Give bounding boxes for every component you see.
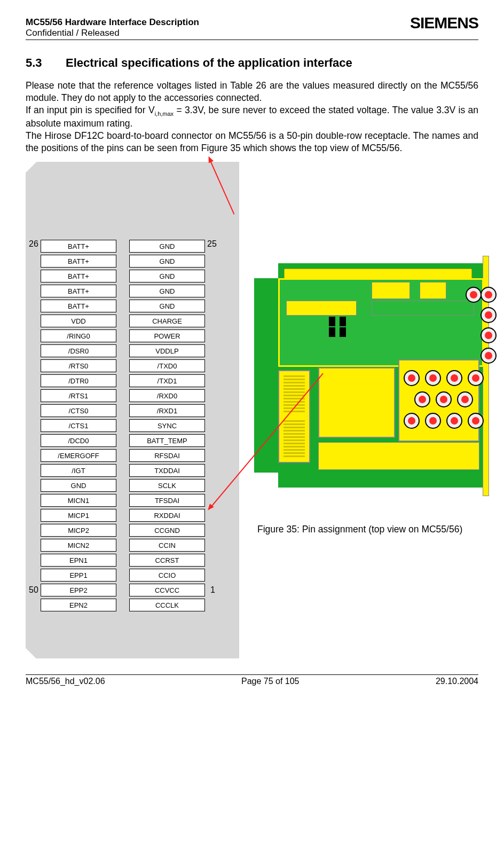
pin-col-right: GNDGNDGNDGNDGNDCHARGEPOWERVDDLP/TXD0/TXD… xyxy=(129,240,205,611)
pin-right-5: CHARGE xyxy=(129,315,205,327)
pin-right-3: GND xyxy=(129,285,205,297)
pin-left-4: BATT+ xyxy=(41,300,116,312)
pin-right-0: GND xyxy=(129,240,205,253)
pin-left-0: BATT+ xyxy=(41,240,116,253)
pin-left-21: EPN1 xyxy=(41,554,116,567)
pin-right-15: TXDDAI xyxy=(129,464,205,477)
pin-col-left: BATT+BATT+BATT+BATT+BATT+VDD/RING0/DSR0/… xyxy=(41,240,116,611)
pin-right-6: POWER xyxy=(129,329,205,342)
pin-left-15: /IGT xyxy=(41,464,116,477)
pin-left-8: /RTS0 xyxy=(41,359,116,372)
pin-right-24: CCCLK xyxy=(129,599,205,611)
pin-right-13: BATT_TEMP xyxy=(129,434,205,447)
pin-right-4: GND xyxy=(129,300,205,312)
pin-left-16: GND xyxy=(41,479,116,492)
pin-left-17: MICN1 xyxy=(41,494,116,507)
pin-left-7: /DSR0 xyxy=(41,344,116,357)
pin-num-50: 50 xyxy=(29,585,38,595)
page-footer: MC55/56_hd_v02.06 Page 75 of 105 29.10.2… xyxy=(26,674,478,686)
doc-subtitle: Confidential / Released xyxy=(26,28,199,38)
pin-right-16: SCLK xyxy=(129,479,205,492)
pin-right-22: CCIO xyxy=(129,569,205,582)
connector-icon xyxy=(278,370,310,463)
pin-left-24: EPN2 xyxy=(41,599,116,611)
pin-left-1: BATT+ xyxy=(41,255,116,268)
pin-left-2: BATT+ xyxy=(41,270,116,282)
pin-left-13: /DCD0 xyxy=(41,434,116,447)
pin-left-19: MICP2 xyxy=(41,524,116,537)
siemens-logo: SIEMENS xyxy=(410,14,478,32)
pin-right-17: TFSDAI xyxy=(129,494,205,507)
pin-right-14: RFSDAI xyxy=(129,449,205,462)
page-header: MC55/56 Hardware Interface Description C… xyxy=(26,17,478,40)
footer-right: 29.10.2004 xyxy=(436,677,478,686)
figure-wrapper: 26 50 25 1 BATT+BATT+BATT+BATT+BATT+VDD/… xyxy=(26,162,478,658)
pin-left-14: /EMERGOFF xyxy=(41,449,116,462)
pin-right-7: VDDLP xyxy=(129,344,205,357)
pin-panel: 26 50 25 1 BATT+BATT+BATT+BATT+BATT+VDD/… xyxy=(26,162,239,658)
pin-right-9: /TXD1 xyxy=(129,374,205,387)
pin-right-1: GND xyxy=(129,255,205,268)
pin-left-10: /RTS1 xyxy=(41,389,116,402)
pin-right-2: GND xyxy=(129,270,205,282)
pin-left-18: MICP1 xyxy=(41,509,116,522)
pin-left-11: /CTS0 xyxy=(41,404,116,417)
pin-left-6: /RING0 xyxy=(41,329,116,342)
section-heading: 5.3 Electrical specifications of the app… xyxy=(26,56,478,70)
section-title: Electrical specifications of the applica… xyxy=(66,56,352,70)
pin-left-3: BATT+ xyxy=(41,285,116,297)
pin-right-10: /RXD0 xyxy=(129,389,205,402)
body-text: Please note that the reference voltages … xyxy=(26,80,478,154)
section-number: 5.3 xyxy=(26,56,42,70)
footer-left: MC55/56_hd_v02.06 xyxy=(26,677,105,686)
doc-title: MC55/56 Hardware Interface Description xyxy=(26,17,199,28)
pin-right-23: CCVCC xyxy=(129,584,205,596)
figure-caption: Figure 35: Pin assignment (top view on M… xyxy=(257,524,462,535)
pin-num-26: 26 xyxy=(29,239,38,249)
pin-right-20: CCIN xyxy=(129,539,205,552)
right-panel: Figure 35: Pin assignment (top view on M… xyxy=(239,162,478,658)
pin-right-12: SYNC xyxy=(129,419,205,432)
pin-right-11: /RXD1 xyxy=(129,404,205,417)
pcb-illustration xyxy=(254,263,489,488)
pin-left-9: /DTR0 xyxy=(41,374,116,387)
pin-right-8: /TXD0 xyxy=(129,359,205,372)
pin-left-12: /CTS1 xyxy=(41,419,116,432)
pin-right-21: CCRST xyxy=(129,554,205,567)
pin-left-20: MICN2 xyxy=(41,539,116,552)
pin-num-1: 1 xyxy=(210,585,215,595)
pin-left-23: EPP2 xyxy=(41,584,116,596)
pin-left-5: VDD xyxy=(41,315,116,327)
pin-left-22: EPP1 xyxy=(41,569,116,582)
pin-right-19: CCGND xyxy=(129,524,205,537)
footer-center: Page 75 of 105 xyxy=(241,677,300,686)
pin-right-18: RXDDAI xyxy=(129,509,205,522)
pin-num-25: 25 xyxy=(207,239,217,249)
